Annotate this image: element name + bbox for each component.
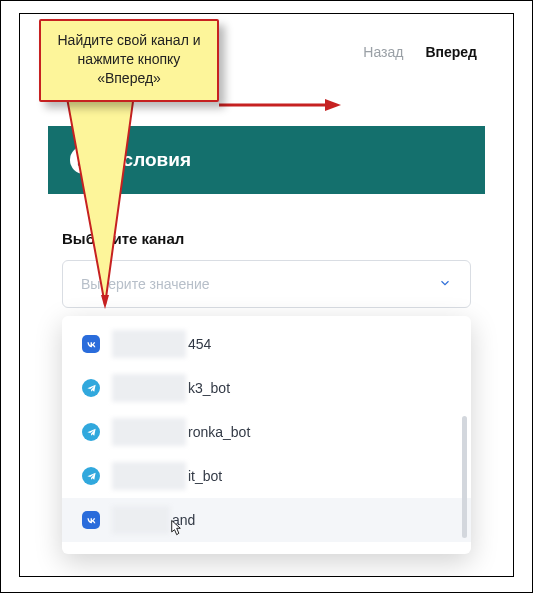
telegram-icon xyxy=(82,423,100,441)
scrollbar[interactable] xyxy=(462,416,467,538)
back-button[interactable]: Назад xyxy=(363,44,403,60)
channel-name-suffix: ronka_bot xyxy=(188,424,250,440)
select-placeholder: Выберите значение xyxy=(81,276,210,292)
tooltip-callout: Найдите свой канал и нажмите кнопку «Впе… xyxy=(39,19,219,102)
redacted-text xyxy=(112,418,186,446)
telegram-icon xyxy=(82,467,100,485)
channel-dropdown: 454k3_botronka_botit_botand xyxy=(62,316,471,554)
wizard-nav: Назад Вперед xyxy=(363,44,477,60)
redacted-text xyxy=(112,374,186,402)
channel-name-suffix: it_bot xyxy=(188,468,222,484)
vk-icon xyxy=(82,511,100,529)
field-label: Выберите канал xyxy=(62,230,184,247)
redacted-text xyxy=(112,462,186,490)
chevron-down-icon xyxy=(438,276,452,293)
channel-option[interactable]: and xyxy=(62,498,471,542)
channel-option[interactable]: ronka_bot xyxy=(62,410,471,454)
section-title: Условия xyxy=(112,149,191,171)
channel-option[interactable]: 454 xyxy=(62,322,471,366)
channel-name-suffix: 454 xyxy=(188,336,211,352)
next-button[interactable]: Вперед xyxy=(425,44,477,60)
redacted-text xyxy=(112,506,170,534)
channel-option[interactable]: k3_bot xyxy=(62,366,471,410)
channel-select[interactable]: Выберите значение xyxy=(62,260,471,308)
section-header: Условия xyxy=(48,126,485,194)
branch-icon xyxy=(70,146,98,174)
channel-option[interactable]: it_bot xyxy=(62,454,471,498)
telegram-icon xyxy=(82,379,100,397)
redacted-text xyxy=(112,330,186,358)
channel-name-suffix: k3_bot xyxy=(188,380,230,396)
channel-name-suffix: and xyxy=(172,512,195,528)
vk-icon xyxy=(82,335,100,353)
